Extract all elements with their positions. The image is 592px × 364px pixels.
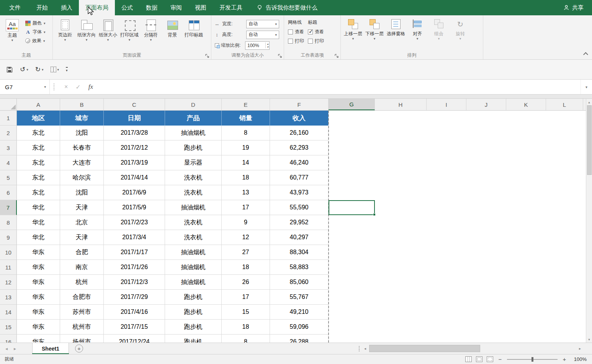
cell-C7[interactable]: 2017/5/9 [104, 200, 165, 215]
cell-F2[interactable]: 26,160 [270, 126, 329, 140]
cell-J15[interactable] [466, 320, 506, 335]
cell-D4[interactable]: 显示器 [165, 155, 222, 170]
cell-H15[interactable] [375, 320, 427, 335]
cell-L12[interactable] [546, 275, 583, 290]
page-break-view-button[interactable] [487, 356, 493, 362]
scroll-down-icon[interactable]: ▾ [586, 336, 592, 343]
cell-A10[interactable]: 华东 [17, 245, 60, 260]
cell-G1[interactable] [329, 111, 375, 126]
tab-开始[interactable]: 开始 [30, 0, 54, 15]
sheet-tab-sheet1[interactable]: Sheet1 [32, 343, 69, 354]
cell-K9[interactable] [506, 230, 546, 245]
horizontal-scroll-thumb[interactable] [369, 345, 480, 352]
selection-pane-button[interactable]: 选择窗格 [385, 18, 407, 36]
cell-H5[interactable] [375, 170, 427, 185]
zoom-in-button[interactable]: + [562, 356, 567, 362]
cell-I9[interactable] [427, 230, 466, 245]
cell-C13[interactable]: 2017/7/29 [104, 290, 165, 305]
cell-F11[interactable]: 58,883 [270, 260, 329, 275]
dropdown-arrow-icon[interactable]: ▾ [26, 68, 28, 72]
row-header-10[interactable]: 10 [0, 245, 17, 260]
cell-B11[interactable]: 南京 [60, 260, 104, 275]
cell-D8[interactable]: 洗衣机 [165, 215, 222, 230]
cell-C5[interactable]: 2017/4/14 [104, 170, 165, 185]
cell-I7[interactable] [427, 200, 466, 215]
cell-G10[interactable] [329, 245, 375, 260]
cell-H9[interactable] [375, 230, 427, 245]
cell-K16[interactable] [506, 335, 546, 343]
cell-A6[interactable]: 东北 [17, 185, 60, 200]
cell-B16[interactable]: 扬州市 [60, 335, 104, 343]
bring-forward-button[interactable]: 上移一层 ▾ [342, 18, 364, 41]
cell-D2[interactable]: 抽油烟机 [165, 126, 222, 140]
cell-A14[interactable]: 华东 [17, 305, 60, 320]
cell-A3[interactable]: 东北 [17, 140, 60, 155]
cell-E14[interactable]: 15 [222, 305, 270, 320]
cell-D12[interactable]: 抽油烟机 [165, 275, 222, 290]
headings-view-checkbox[interactable]: 查看 [308, 29, 324, 35]
cell-G6[interactable] [329, 185, 375, 200]
cell-L6[interactable] [546, 185, 583, 200]
row-header-14[interactable]: 14 [0, 305, 17, 320]
cell-A16[interactable]: 华东 [17, 335, 60, 343]
cell-E9[interactable]: 12 [222, 230, 270, 245]
cell-G14[interactable] [329, 305, 375, 320]
row-header-7[interactable]: 7 [0, 200, 17, 215]
cell-B3[interactable]: 长春市 [60, 140, 104, 155]
height-field[interactable]: 自动 ▾ [246, 31, 279, 39]
vertical-scroll-thumb[interactable] [587, 105, 592, 175]
tab-页面布局[interactable]: 页面布局 [79, 0, 115, 15]
cell-I3[interactable] [427, 140, 466, 155]
tab-审阅[interactable]: 审阅 [164, 0, 188, 15]
row-header-1[interactable]: 1 [0, 111, 17, 126]
cell-D6[interactable]: 洗衣机 [165, 185, 222, 200]
cancel-icon[interactable]: × [64, 83, 68, 90]
cell-F12[interactable]: 85,060 [270, 275, 329, 290]
width-field[interactable]: 自动 ▾ [246, 20, 279, 28]
row-header-11[interactable]: 11 [0, 260, 17, 275]
cell-E2[interactable]: 8 [222, 126, 270, 140]
tab-文件[interactable]: 文件 [0, 0, 30, 15]
cell-H1[interactable] [375, 111, 427, 126]
row-header-2[interactable]: 2 [0, 126, 17, 140]
cell-K10[interactable] [506, 245, 546, 260]
cell-B14[interactable]: 苏州市 [60, 305, 104, 320]
row-header-3[interactable]: 3 [0, 140, 17, 155]
cell-J12[interactable] [466, 275, 506, 290]
cell-C1[interactable]: 日期 [104, 111, 165, 126]
cell-A4[interactable]: 东北 [17, 155, 60, 170]
cell-L15[interactable] [546, 320, 583, 335]
cell-D13[interactable]: 跑步机 [165, 290, 222, 305]
column-header-F[interactable]: F [270, 99, 329, 110]
cell-A11[interactable]: 华东 [17, 260, 60, 275]
cell-H6[interactable] [375, 185, 427, 200]
formula-bar-expand-icon[interactable]: ▾ [581, 80, 592, 94]
theme-effects-button[interactable]: 效果 ▾ [25, 38, 46, 44]
cell-C15[interactable]: 2017/7/15 [104, 320, 165, 335]
cell-K7[interactable] [506, 200, 546, 215]
cell-G11[interactable] [329, 260, 375, 275]
cell-I16[interactable] [427, 335, 466, 343]
cell-I2[interactable] [427, 126, 466, 140]
cell-B10[interactable]: 合肥 [60, 245, 104, 260]
cell-E5[interactable]: 18 [222, 170, 270, 185]
cell-L14[interactable] [546, 305, 583, 320]
cell-H12[interactable] [375, 275, 427, 290]
cell-J3[interactable] [466, 140, 506, 155]
dialog-launcher-icon[interactable] [205, 54, 209, 58]
insert-function-button[interactable]: fx [88, 83, 93, 91]
background-button[interactable]: 背景 [162, 18, 183, 38]
cell-F8[interactable]: 29,952 [270, 215, 329, 230]
cell-L13[interactable] [546, 290, 583, 305]
cell-C10[interactable]: 2017/1/17 [104, 245, 165, 260]
orientation-button[interactable]: 纸张方向 ▾ [76, 18, 97, 42]
zoom-slider[interactable] [507, 357, 558, 362]
scale-field[interactable]: 100% ▴▾ [245, 41, 270, 50]
cell-B6[interactable]: 沈阳 [60, 185, 104, 200]
cell-A9[interactable]: 华北 [17, 230, 60, 245]
cell-K13[interactable] [506, 290, 546, 305]
cell-E11[interactable]: 18 [222, 260, 270, 275]
cell-C4[interactable]: 2017/3/19 [104, 155, 165, 170]
horizontal-scrollbar[interactable]: ◂ ▸ [362, 343, 583, 354]
gridlines-view-checkbox[interactable]: 查看 [288, 29, 304, 35]
